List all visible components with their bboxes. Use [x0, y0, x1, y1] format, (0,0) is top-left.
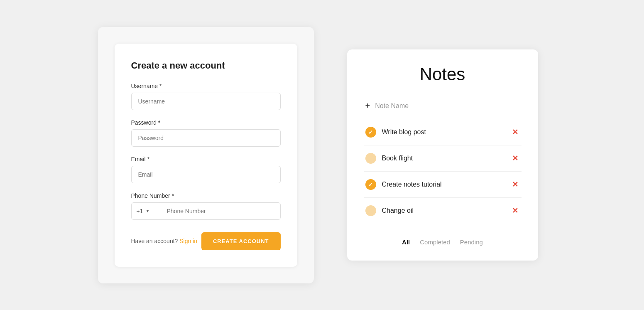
notes-title: Notes — [364, 64, 522, 84]
email-label: Email * — [131, 156, 281, 162]
phone-prefix-selector[interactable]: +1 ▼ — [131, 202, 160, 220]
note-text: Write blog post — [382, 128, 504, 136]
phone-group: Phone Number * +1 ▼ — [131, 192, 281, 220]
form-title: Create a new account — [131, 60, 281, 71]
create-account-button[interactable]: CREATE ACCOUNT — [201, 232, 281, 250]
notes-filter-bar: All Completed Pending — [364, 232, 522, 246]
list-item: Book flight ✕ — [364, 145, 522, 171]
phone-label: Phone Number * — [131, 192, 281, 199]
has-account-text: Have an account? — [131, 238, 178, 244]
filter-completed-button[interactable]: Completed — [420, 239, 450, 246]
chevron-down-icon: ▼ — [145, 209, 149, 213]
note-check-pending[interactable] — [365, 153, 376, 164]
note-name-placeholder: Note Name — [375, 102, 409, 110]
note-check-pending[interactable] — [365, 205, 376, 216]
note-add-row: + Note Name — [364, 96, 522, 116]
username-input[interactable] — [131, 93, 281, 110]
left-panel: Create a new account Username * Password… — [98, 27, 314, 283]
list-item: ✓ Create notes tutorial ✕ — [364, 171, 522, 197]
phone-number-input[interactable] — [160, 202, 281, 220]
note-text: Create notes tutorial — [382, 181, 504, 188]
password-label: Password * — [131, 119, 281, 126]
username-group: Username * — [131, 83, 281, 110]
phone-prefix-value: +1 — [137, 208, 143, 214]
signin-link[interactable]: Sign in — [179, 238, 197, 244]
email-group: Email * — [131, 156, 281, 183]
delete-note-button[interactable]: ✕ — [510, 178, 520, 191]
username-label: Username * — [131, 83, 281, 89]
checkmark-icon: ✓ — [368, 182, 373, 188]
add-note-icon[interactable]: + — [365, 101, 370, 111]
checkmark-icon: ✓ — [368, 129, 373, 135]
signin-prompt: Have an account? Sign in — [131, 238, 198, 244]
delete-note-button[interactable]: ✕ — [510, 152, 520, 165]
notes-list: ✓ Write blog post ✕ Book flight ✕ ✓ Crea… — [364, 119, 522, 224]
list-item: Change oil ✕ — [364, 197, 522, 224]
email-input[interactable] — [131, 166, 281, 183]
filter-all-button[interactable]: All — [402, 239, 410, 246]
filter-pending-button[interactable]: Pending — [460, 239, 483, 246]
note-check-completed[interactable]: ✓ — [365, 127, 376, 138]
delete-note-button[interactable]: ✕ — [510, 204, 520, 217]
create-account-card: Create a new account Username * Password… — [115, 44, 297, 267]
password-group: Password * — [131, 119, 281, 147]
notes-card: Notes + Note Name ✓ Write blog post ✕ Bo… — [347, 49, 538, 261]
note-text: Change oil — [382, 207, 504, 214]
password-input[interactable] — [131, 129, 281, 147]
right-panel: Notes + Note Name ✓ Write blog post ✕ Bo… — [339, 49, 546, 261]
note-text: Book flight — [382, 155, 504, 162]
note-check-completed[interactable]: ✓ — [365, 179, 376, 190]
phone-input-group: +1 ▼ — [131, 202, 281, 220]
delete-note-button[interactable]: ✕ — [510, 126, 520, 138]
form-footer: Have an account? Sign in CREATE ACCOUNT — [131, 232, 281, 250]
list-item: ✓ Write blog post ✕ — [364, 119, 522, 145]
